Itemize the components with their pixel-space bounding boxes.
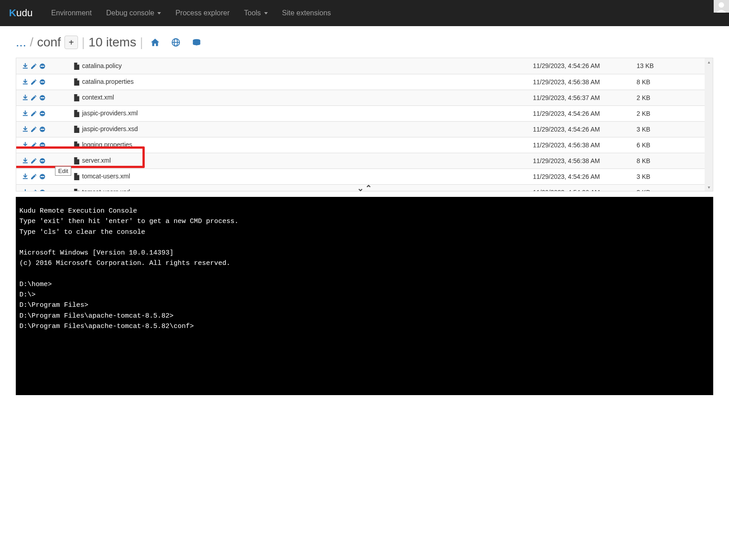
file-icon xyxy=(73,78,79,86)
chevron-up-icon[interactable]: ⌃ xyxy=(365,183,372,193)
svg-rect-16 xyxy=(23,115,28,116)
table-row: catalina.policy11/29/2023, 4:54:26 AM13 … xyxy=(16,58,713,74)
edit-icon[interactable] xyxy=(30,141,37,149)
brand-k: K xyxy=(9,7,16,18)
globe-icon[interactable] xyxy=(167,37,184,47)
nav-environment[interactable]: Environment xyxy=(44,1,99,25)
nav-debug-console[interactable]: Debug console xyxy=(99,1,168,25)
svg-rect-9 xyxy=(41,66,44,67)
delete-icon[interactable] xyxy=(39,157,46,164)
nav-site-extensions[interactable]: Site extensions xyxy=(275,1,339,25)
file-name[interactable]: jaspic-providers.xml xyxy=(82,109,138,117)
table-row: jaspic-providers.xsd11/29/2023, 4:54:26 … xyxy=(16,121,713,137)
edit-icon[interactable] xyxy=(30,63,37,70)
item-count: 10 items xyxy=(88,35,136,50)
file-icon xyxy=(73,94,79,101)
slash-separator: / xyxy=(30,35,33,50)
file-name[interactable]: context.xml xyxy=(82,94,114,101)
divider: | xyxy=(82,35,85,50)
file-name[interactable]: tomcat-users.xml xyxy=(82,173,130,180)
svg-point-6 xyxy=(193,43,201,46)
breadcrumb-parent[interactable]: ... xyxy=(16,35,26,50)
download-icon[interactable] xyxy=(22,110,29,117)
delete-icon[interactable] xyxy=(39,63,46,70)
svg-rect-18 xyxy=(41,113,44,114)
disk-icon[interactable] xyxy=(188,37,205,47)
file-icon xyxy=(73,126,79,133)
user-avatar-icon[interactable] xyxy=(714,0,729,13)
delete-icon[interactable] xyxy=(39,78,46,86)
file-name[interactable]: jaspic-providers.xsd xyxy=(82,125,138,132)
file-size: 3 KB xyxy=(634,121,713,137)
brand-logo[interactable]: Kudu xyxy=(9,7,33,19)
file-size: 8 KB xyxy=(634,74,713,90)
download-icon[interactable] xyxy=(22,126,29,133)
svg-rect-28 xyxy=(23,178,28,179)
nav-process-explorer[interactable]: Process explorer xyxy=(168,1,237,25)
edit-icon[interactable] xyxy=(30,78,37,86)
delete-icon[interactable] xyxy=(39,141,46,149)
file-icon xyxy=(73,173,79,180)
file-table: catalina.policy11/29/2023, 4:54:26 AM13 … xyxy=(16,58,713,191)
file-name[interactable]: server.xml xyxy=(82,157,111,164)
brand-rest: udu xyxy=(16,7,33,18)
file-name[interactable]: catalina.properties xyxy=(82,78,133,85)
delete-icon[interactable] xyxy=(39,126,46,133)
edit-icon[interactable] xyxy=(30,126,37,133)
divider: | xyxy=(140,35,143,50)
table-row: catalina.properties11/29/2023, 4:56:38 A… xyxy=(16,74,713,90)
download-icon[interactable] xyxy=(22,157,29,164)
svg-rect-13 xyxy=(23,99,28,100)
table-row: logging.properties11/29/2023, 4:56:38 AM… xyxy=(16,137,713,153)
delete-icon[interactable] xyxy=(39,110,46,117)
edit-icon[interactable] xyxy=(30,110,37,117)
svg-rect-21 xyxy=(41,129,44,130)
breadcrumb-bar: ... / conf + | 10 items | xyxy=(16,35,713,50)
svg-rect-30 xyxy=(41,176,44,177)
file-date: 11/29/2023, 4:56:37 AM xyxy=(530,90,634,105)
download-icon[interactable] xyxy=(22,141,29,149)
scroll-up-icon[interactable]: ▴ xyxy=(705,59,713,65)
edit-icon[interactable] xyxy=(30,173,37,180)
edit-tooltip: Edit xyxy=(55,166,71,176)
edit-icon[interactable] xyxy=(30,157,37,164)
file-date: 11/29/2023, 4:56:38 AM xyxy=(530,153,634,168)
edit-icon[interactable] xyxy=(30,94,37,101)
file-name[interactable]: catalina.policy xyxy=(82,62,122,69)
svg-rect-12 xyxy=(41,82,44,82)
svg-rect-24 xyxy=(41,145,44,146)
file-name[interactable]: logging.properties xyxy=(82,141,132,148)
table-row: tomcat-users.xml11/29/2023, 4:54:26 AM3 … xyxy=(16,168,713,184)
new-item-button[interactable]: + xyxy=(64,36,78,49)
file-size: 3 KB xyxy=(634,168,713,184)
file-date: 11/29/2023, 4:54:26 AM xyxy=(530,105,634,121)
svg-rect-15 xyxy=(41,97,44,98)
chevron-down-icon[interactable]: ⌄ xyxy=(357,183,364,193)
file-date: 11/29/2023, 4:56:38 AM xyxy=(530,137,634,153)
file-size: 13 KB xyxy=(634,58,713,74)
svg-rect-7 xyxy=(23,68,28,68)
delete-icon[interactable] xyxy=(39,94,46,101)
debug-console[interactable]: Kudu Remote Execution Console Type 'exit… xyxy=(16,197,713,395)
nav-tools[interactable]: Tools xyxy=(237,1,275,25)
top-navbar: Kudu Environment Debug console Process e… xyxy=(0,0,729,26)
home-icon[interactable] xyxy=(147,37,164,47)
file-date: 11/29/2023, 4:54:26 AM xyxy=(530,58,634,74)
download-icon[interactable] xyxy=(22,78,29,86)
svg-rect-22 xyxy=(23,146,28,147)
download-icon[interactable] xyxy=(22,173,29,180)
file-icon xyxy=(73,141,79,149)
file-icon xyxy=(73,110,79,117)
download-icon[interactable] xyxy=(22,63,29,70)
scrollbar[interactable]: ▴ ▾ xyxy=(705,58,713,191)
table-row: server.xml11/29/2023, 4:56:38 AM8 KB xyxy=(16,153,713,168)
caret-down-icon xyxy=(264,12,268,14)
file-icon xyxy=(73,157,79,164)
file-date: 11/29/2023, 4:56:38 AM xyxy=(530,74,634,90)
download-icon[interactable] xyxy=(22,94,29,101)
svg-rect-25 xyxy=(23,162,28,163)
delete-icon[interactable] xyxy=(39,173,46,180)
table-row: jaspic-providers.xml11/29/2023, 4:54:26 … xyxy=(16,105,713,121)
file-date: 11/29/2023, 4:54:26 AM xyxy=(530,168,634,184)
breadcrumb-current: conf xyxy=(37,35,61,50)
